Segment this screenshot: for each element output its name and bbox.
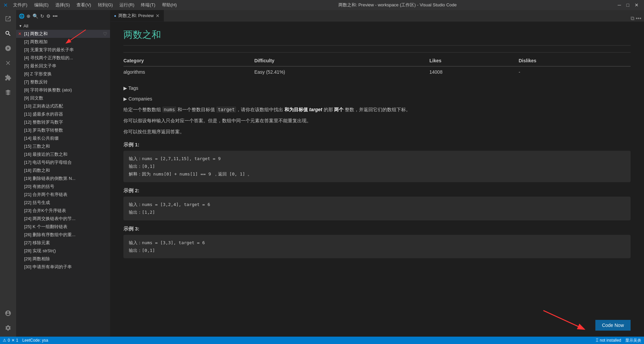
- tab-more-icon[interactable]: •••: [636, 15, 641, 21]
- example-1-line-1: 输入：nums = [2,7,11,15], target = 9: [129, 155, 625, 162]
- problem-item[interactable]: [20] 有效的括号: [16, 183, 110, 191]
- section-arrow-icon: ▼: [19, 24, 22, 28]
- sidebar-refresh-icon[interactable]: ↻: [40, 13, 44, 19]
- not-installed-icon: Ξ: [596, 338, 598, 343]
- tab-close-icon[interactable]: ✕: [156, 13, 160, 18]
- val-difficulty: Easy (52.41%): [254, 66, 429, 77]
- problem-label: [24] 两两交换链表中的节...: [24, 216, 75, 222]
- example-1-title: 示例 1:: [123, 142, 631, 148]
- status-user[interactable]: 显示吴炎: [625, 338, 641, 343]
- menu-help[interactable]: 帮助(H): [159, 2, 179, 8]
- problem-item[interactable]: [10] 正则表达式匹配: [16, 102, 110, 110]
- example-3-line-1: 输入：nums = [3,3], target = 6: [129, 239, 625, 247]
- sidebar-search-icon[interactable]: 🔍: [33, 13, 38, 19]
- problem-item[interactable]: [29] 两数相除: [16, 255, 110, 263]
- example-3-title: 示例 3:: [123, 226, 631, 232]
- col-difficulty: Difficulty: [254, 55, 429, 66]
- problem-label: [15] 三数之和: [24, 143, 50, 149]
- problem-item[interactable]: [5] 最长回文子串: [16, 62, 110, 70]
- problem-item[interactable]: [13] 罗马数字转整数: [16, 126, 110, 134]
- menu-terminal[interactable]: 终端(T): [138, 2, 158, 8]
- problem-item[interactable]: [19] 删除链表的倒数第 N...: [16, 175, 110, 183]
- activity-explorer-icon[interactable]: [2, 13, 14, 25]
- code-target: target: [216, 107, 236, 113]
- tab-split-icon[interactable]: ⧉: [631, 15, 634, 21]
- problem-label: [4] 寻找两个正序数组的...: [24, 55, 73, 61]
- problem-label: [30] 申请所有单词的子串: [24, 264, 72, 270]
- problem-item[interactable]: [23] 合并K个升序链表: [16, 207, 110, 215]
- menu-view[interactable]: 查看(V): [74, 2, 94, 8]
- problem-item[interactable]: [30] 申请所有单词的子串: [16, 263, 110, 271]
- activity-git-icon[interactable]: [2, 42, 14, 54]
- menu-file[interactable]: 文件(F): [10, 2, 30, 8]
- user-text: 显示吴炎: [625, 338, 641, 343]
- code-nums: nums: [162, 107, 176, 113]
- tags-toggle[interactable]: Tags: [123, 84, 631, 92]
- tags-section: Tags: [123, 84, 631, 92]
- activity-settings-icon[interactable]: [2, 322, 14, 334]
- problem-label: [23] 合并K个升序链表: [24, 208, 66, 214]
- main-container: 🌐 ⊕ 🔍 ↻ ⚙ ••• ▼ All ✕[1] 两数之和♡[2] 两数相加[3…: [0, 10, 644, 337]
- close-btn[interactable]: ✕: [633, 2, 641, 8]
- status-not-installed[interactable]: Ξ not installed: [596, 338, 621, 343]
- tab-preview[interactable]: ● 两数之和: Preview ✕: [110, 10, 164, 21]
- problem-item[interactable]: [6] Z 字形变换: [16, 70, 110, 78]
- activity-extensions-icon[interactable]: [2, 72, 14, 84]
- example-1-block: 输入：nums = [2,7,11,15], target = 9 输出：[0,…: [123, 151, 631, 182]
- problem-item[interactable]: [9] 回文数: [16, 94, 110, 102]
- problem-item[interactable]: [2] 两数相加: [16, 38, 110, 46]
- warning-icon: ⚠: [3, 338, 6, 343]
- val-likes: 14008: [429, 66, 519, 77]
- preview-container: 两数之和 Category Difficulty Likes Dislikes …: [110, 22, 644, 337]
- problem-item[interactable]: ✕[1] 两数之和♡: [16, 30, 110, 38]
- status-warnings[interactable]: ⚠ 0 ✕ 1: [3, 338, 18, 343]
- activity-leetcode-icon[interactable]: [2, 86, 14, 98]
- problem-item[interactable]: [11] 盛最多水的容器: [16, 110, 110, 118]
- problem-item[interactable]: [16] 最接近的三数之和: [16, 150, 110, 158]
- menu-run[interactable]: 运行(R): [117, 2, 137, 8]
- menu-select[interactable]: 选择(S): [53, 2, 72, 8]
- problem-item[interactable]: [14] 最长公共前缀: [16, 134, 110, 142]
- problem-item[interactable]: [12] 整数转罗马数字: [16, 118, 110, 126]
- example-3-block: 输入：nums = [3,3], target = 6 输出：[0,1]: [123, 235, 631, 259]
- code-now-button[interactable]: Code Now: [595, 320, 631, 331]
- col-category: Category: [123, 55, 254, 66]
- problem-item[interactable]: [28] 实现 strStr(): [16, 247, 110, 255]
- problem-item[interactable]: [22] 括号生成: [16, 199, 110, 207]
- problem-item[interactable]: [17] 电话号码的字母组合: [16, 158, 110, 166]
- status-leetcode[interactable]: LeetCode: ysa: [22, 338, 48, 343]
- problem-close-icon[interactable]: ✕: [18, 31, 21, 36]
- problem-item[interactable]: [21] 合并两个有序链表: [16, 191, 110, 199]
- titlebar-title: 两数之和: Preview - workspace (工作区) - Visual…: [338, 2, 457, 8]
- problem-item[interactable]: [4] 寻找两个正序数组的...: [16, 54, 110, 62]
- problem-item[interactable]: [18] 四数之和: [16, 166, 110, 175]
- sidebar-section-header[interactable]: ▼ All: [16, 22, 110, 30]
- desc-bold-2: 两个: [334, 107, 343, 112]
- problem-item[interactable]: [8] 字符串转换整数 (atoi): [16, 86, 110, 94]
- sidebar-more-icon[interactable]: •••: [53, 13, 58, 19]
- example-2-title: 示例 2:: [123, 188, 631, 194]
- sidebar-globe-icon[interactable]: 🌐: [19, 13, 24, 19]
- col-dislikes: Dislikes: [519, 55, 631, 66]
- problem-item[interactable]: [7] 整数反转: [16, 78, 110, 86]
- separator: [123, 52, 631, 53]
- problem-item[interactable]: [24] 两两交换链表中的节...: [16, 215, 110, 223]
- problem-item[interactable]: [26] 删除有序数组中的重...: [16, 231, 110, 239]
- menu-goto[interactable]: 转到(G): [95, 2, 116, 8]
- problem-item[interactable]: [15] 三数之和: [16, 142, 110, 150]
- restore-btn[interactable]: □: [625, 2, 631, 8]
- sidebar-settings-icon[interactable]: ⚙: [46, 13, 51, 19]
- menu-edit[interactable]: 编辑(E): [32, 2, 51, 8]
- problem-item[interactable]: [27] 移除元素: [16, 239, 110, 247]
- sidebar-add-icon[interactable]: ⊕: [26, 13, 31, 19]
- vscode-icon: ✕: [3, 2, 8, 8]
- activity-account-icon[interactable]: [2, 307, 14, 319]
- activity-debug-icon[interactable]: [2, 57, 14, 69]
- problem-favorite-icon[interactable]: ♡: [103, 31, 107, 37]
- companies-toggle[interactable]: Companies: [123, 95, 631, 103]
- activity-search-icon[interactable]: [2, 27, 14, 40]
- problem-label: [2] 两数相加: [24, 39, 48, 45]
- problem-item[interactable]: [25] K 个一组翻转链表: [16, 223, 110, 231]
- minimize-btn[interactable]: ─: [616, 2, 623, 8]
- problem-item[interactable]: [3] 无重复字符的最长子串: [16, 46, 110, 54]
